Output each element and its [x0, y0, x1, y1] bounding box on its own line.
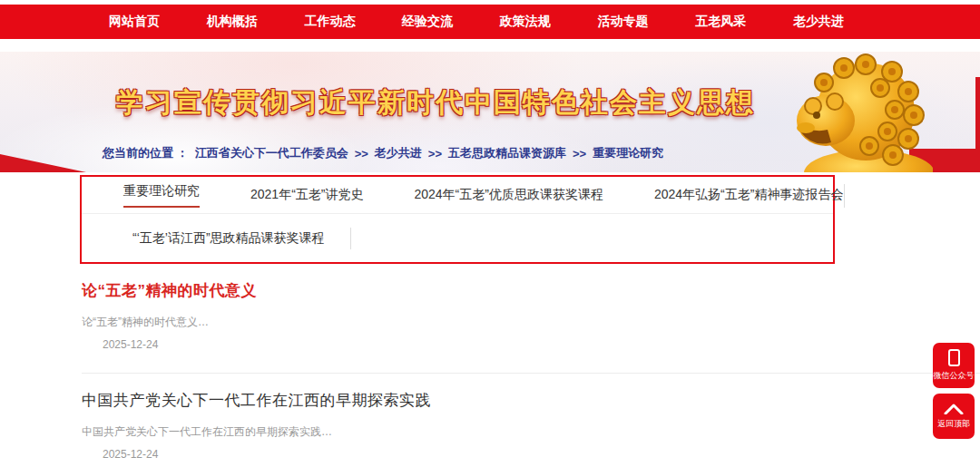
- wechat-button-label: 微信公众号: [934, 370, 975, 382]
- article-summary: 论“五老”精神的时代意义…: [82, 315, 980, 330]
- nav-item-wulao[interactable]: 五老风采: [695, 14, 746, 30]
- breadcrumb-item-resource-lib[interactable]: 五老思政精品课资源库: [448, 145, 566, 161]
- breadcrumb-item-committee[interactable]: 江西省关心下一代工作委员会: [195, 145, 348, 161]
- back-to-top-label: 返回顶部: [937, 418, 970, 430]
- top-navigation-bar: 网站首页 机构概括 工作动态 经验交流 政策法规 活动专题 五老风采 老少共进: [0, 5, 980, 39]
- tab-2021-party-history[interactable]: 2021年“五老”讲党史: [225, 187, 388, 203]
- breadcrumb: 您当前的位置 ： 江西省关心下一代工作委员会 >> 老少共进 >> 五老思政精品…: [103, 145, 663, 161]
- tab-wulao-jiangxi-courses[interactable]: “‘五老’话江西”思政精品课获奖课程: [107, 230, 350, 247]
- chevron-up-icon: [944, 404, 964, 414]
- article-date: 2025-12-24: [103, 338, 980, 351]
- banner-red-triangle-decor: [0, 154, 86, 172]
- article-item: 中国共产党关心下一代工作在江西的早期探索实践 中国共产党关心下一代工作在江西的早…: [82, 374, 980, 467]
- breadcrumb-separator: >>: [428, 147, 442, 161]
- article-summary: 中国共产党关心下一代工作在江西的早期探索实践…: [82, 424, 980, 440]
- tab-outer-divider: [844, 184, 845, 208]
- nav-item-home[interactable]: 网站首页: [109, 14, 160, 30]
- tabs-row-2: “‘五老’话江西”思政精品课获奖课程: [82, 214, 833, 262]
- tab-divider: [350, 228, 351, 249]
- article-item: 论“五老”精神的时代意义 论“五老”精神的时代意义… 2025-12-24: [82, 264, 980, 374]
- breadcrumb-item-current: 重要理论研究: [593, 145, 663, 161]
- article-list: 论“五老”精神的时代意义 论“五老”精神的时代意义… 2025-12-24 中国…: [82, 264, 980, 467]
- nav-item-policy[interactable]: 政策法规: [500, 14, 551, 30]
- article-date: 2025-12-24: [103, 448, 980, 461]
- tabs-row-1: 重要理论研究 2021年“五老”讲党史 2024年“五老”优质思政课获奖课程 2…: [82, 177, 833, 213]
- category-tabs-box: 重要理论研究 2021年“五老”讲党史 2024年“五老”优质思政课获奖课程 2…: [80, 175, 835, 264]
- nav-item-exchange[interactable]: 经验交流: [402, 14, 453, 30]
- nav-item-laoshao[interactable]: 老少共进: [793, 14, 844, 30]
- back-to-top-button[interactable]: 返回顶部: [933, 394, 975, 439]
- nav-item-work[interactable]: 工作动态: [304, 14, 355, 30]
- hero-banner: 学习宣传贯彻习近平新时代中国特色社会主义思想 您当前的位置 ： 江西省关心下一代…: [0, 52, 980, 172]
- nav-item-about[interactable]: 机构概括: [207, 14, 258, 30]
- breadcrumb-item-laoshao[interactable]: 老少共进: [375, 145, 422, 161]
- phone-icon: [948, 349, 960, 366]
- nav-item-special[interactable]: 活动专题: [598, 14, 649, 30]
- article-title-link[interactable]: 论“五老”精神的时代意义: [82, 280, 980, 301]
- banner-slogan: 学习宣传贯彻习近平新时代中国特色社会主义思想: [0, 84, 871, 122]
- breadcrumb-separator: >>: [355, 147, 368, 161]
- tab-2024-spirit-report[interactable]: 2024年弘扬“五老”精神事迹报告会: [629, 187, 868, 203]
- article-title-link[interactable]: 中国共产党关心下一代工作在江西的早期探索实践: [82, 390, 980, 411]
- wechat-official-account-button[interactable]: 微信公众号: [933, 343, 975, 388]
- breadcrumb-separator: >>: [573, 147, 586, 161]
- breadcrumb-label: 您当前的位置 ：: [103, 145, 189, 161]
- floating-button-column: 微信公众号 返回顶部: [933, 343, 975, 439]
- tab-theory-research[interactable]: 重要理论研究: [98, 183, 225, 208]
- tab-2024-award-courses[interactable]: 2024年“五老”优质思政课获奖课程: [388, 187, 628, 203]
- tab-theory-research-label: 重要理论研究: [123, 183, 200, 208]
